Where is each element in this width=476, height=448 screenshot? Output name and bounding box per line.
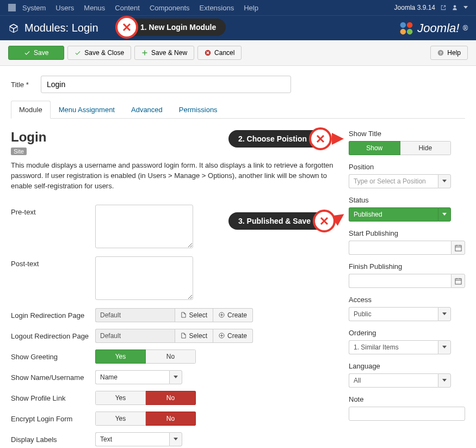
access-label: Access [349, 296, 465, 304]
login-redirect-value: Default [95, 308, 175, 322]
menu-menus[interactable]: Menus [84, 4, 105, 12]
menu-content[interactable]: Content [115, 4, 140, 12]
svg-rect-0 [8, 4, 16, 11]
display-labels-label: Display Labels [11, 432, 95, 444]
page-header: Modules: Login Joomla!® [0, 15, 476, 40]
tab-advanced[interactable]: Advanced [123, 101, 171, 119]
show-greeting-label: Show Greeting [11, 349, 95, 361]
finish-publishing-label: Finish Publishing [349, 262, 465, 271]
encrypt-yes[interactable]: Yes [95, 412, 146, 426]
show-title-label: Show Title [349, 130, 465, 138]
save-button[interactable]: Save [8, 46, 64, 60]
login-redirect-select-button[interactable]: Select [175, 308, 213, 322]
tab-menu-assignment[interactable]: Menu Assignment [51, 101, 123, 119]
show-greeting-yes[interactable]: Yes [95, 349, 146, 364]
external-link-icon [441, 5, 446, 10]
ordering-select[interactable]: 1. Similar Items [349, 340, 451, 354]
help-button[interactable]: ? Help [430, 46, 468, 60]
topnav-menu: System Users Menus Content Components Ex… [22, 4, 258, 12]
show-profile-toggle[interactable]: Yes No [95, 391, 196, 405]
svg-point-3 [400, 28, 406, 34]
show-profile-no[interactable]: No [146, 391, 196, 405]
check-icon [75, 50, 81, 56]
start-publishing-label: Start Publishing [349, 229, 465, 237]
language-select[interactable]: All [349, 373, 451, 388]
content-area: Title * Module Menu Assignment Advanced … [0, 66, 476, 448]
svg-text:?: ? [440, 51, 442, 56]
user-icon[interactable] [452, 4, 458, 11]
logout-redirect-create-button[interactable]: Create [213, 329, 253, 343]
post-text-input[interactable] [95, 256, 193, 300]
save-new-button[interactable]: Save & New [134, 46, 194, 60]
module-form: Login Site This module displays a userna… [11, 130, 333, 448]
pre-text-input[interactable] [95, 205, 193, 248]
module-description: This module displays a username and pass… [11, 161, 333, 192]
show-title-show[interactable]: Show [349, 141, 400, 155]
show-title-toggle[interactable]: Show Hide [349, 141, 451, 155]
menu-help[interactable]: Help [244, 4, 258, 12]
chevron-down-icon[interactable] [169, 432, 182, 446]
svg-rect-11 [455, 278, 461, 284]
note-input[interactable] [349, 407, 465, 421]
chevron-down-icon[interactable] [169, 370, 182, 384]
start-publishing-field[interactable] [349, 241, 451, 255]
svg-point-2 [407, 22, 413, 28]
joomla-logo: Joomla!® [399, 21, 468, 36]
menu-components[interactable]: Components [150, 4, 190, 12]
language-label: Language [349, 362, 465, 370]
plus-icon [141, 50, 148, 56]
position-label: Position [349, 163, 465, 171]
ordering-label: Ordering [349, 329, 465, 337]
chevron-down-icon[interactable] [438, 174, 451, 188]
cancel-button[interactable]: Cancel [197, 46, 242, 60]
chevron-down-icon[interactable] [463, 6, 468, 9]
chevron-down-icon[interactable] [438, 207, 451, 222]
calendar-icon[interactable] [451, 274, 465, 288]
joomla-version[interactable]: Joomla 3.9.14 [394, 4, 435, 11]
access-select[interactable]: Public [349, 307, 451, 321]
start-publishing-input [349, 241, 465, 255]
finish-publishing-input [349, 274, 465, 288]
position-select[interactable]: Type or Select a Position [349, 174, 451, 188]
logout-redirect-label: Logout Redirection Page [11, 329, 95, 340]
show-title-hide[interactable]: Hide [400, 141, 452, 155]
sidebar-options: Show Title Show Hide Position Type or Se… [349, 130, 465, 448]
pre-text-label: Pre-text [11, 205, 95, 216]
page-title: Modules: Login [24, 22, 98, 34]
encrypt-toggle[interactable]: Yes No [95, 412, 196, 426]
display-labels-select[interactable]: Text [95, 432, 182, 446]
chevron-down-icon[interactable] [438, 340, 451, 354]
show-name-label: Show Name/Username [11, 370, 95, 382]
encrypt-label: Encrypt Login Form [11, 412, 95, 423]
tab-permissions[interactable]: Permissions [171, 101, 226, 119]
tab-module[interactable]: Module [11, 101, 51, 119]
chevron-down-icon[interactable] [438, 307, 451, 321]
svg-point-4 [407, 28, 413, 34]
encrypt-no[interactable]: No [146, 412, 196, 426]
file-icon [181, 312, 187, 318]
chevron-down-icon[interactable] [438, 373, 451, 388]
status-select[interactable]: Published [349, 207, 451, 222]
post-text-label: Post-text [11, 256, 95, 268]
show-profile-yes[interactable]: Yes [95, 391, 146, 405]
show-profile-label: Show Profile Link [11, 391, 95, 402]
menu-extensions[interactable]: Extensions [200, 4, 234, 12]
tabs: Module Menu Assignment Advanced Permissi… [11, 101, 465, 119]
finish-publishing-field[interactable] [349, 274, 451, 288]
help-icon: ? [437, 50, 444, 56]
calendar-icon[interactable] [451, 241, 465, 255]
menu-system[interactable]: System [22, 4, 46, 12]
menu-users[interactable]: Users [55, 4, 74, 12]
show-greeting-toggle[interactable]: Yes No [95, 349, 196, 364]
logout-redirect-value: Default [95, 329, 175, 343]
save-close-button[interactable]: Save & Close [67, 46, 131, 60]
show-greeting-no[interactable]: No [146, 349, 196, 364]
login-redirect-label: Login Redirection Page [11, 308, 95, 320]
logout-redirect-select-button[interactable]: Select [175, 329, 213, 343]
module-name: Login [11, 130, 333, 145]
title-input[interactable] [41, 76, 291, 93]
svg-rect-10 [455, 245, 461, 250]
show-name-select[interactable]: Name [95, 370, 182, 384]
module-icon [8, 23, 19, 34]
login-redirect-create-button[interactable]: Create [213, 308, 253, 322]
